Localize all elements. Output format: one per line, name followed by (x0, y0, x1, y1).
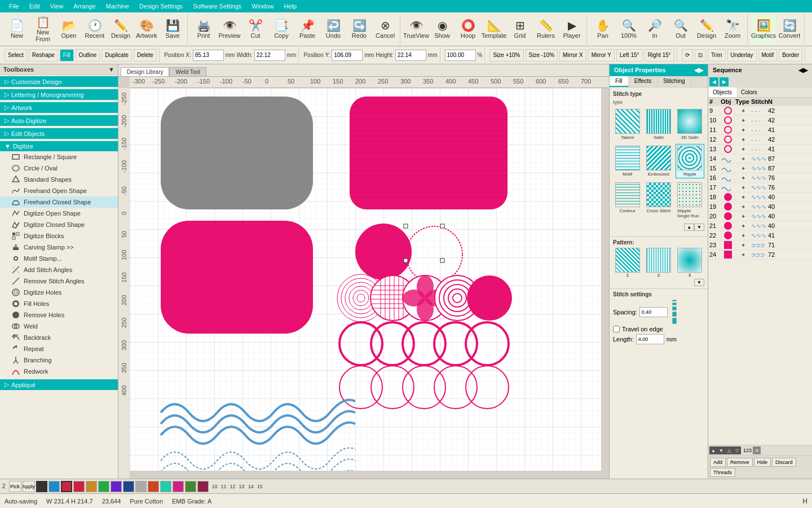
seq-row-19[interactable]: 19 ✦ ∿∿∿ 40 (708, 202, 812, 212)
right15-btn[interactable]: Right 15° (645, 49, 674, 62)
swatch-13[interactable] (185, 481, 196, 492)
branching-tool[interactable]: Branching (0, 354, 118, 366)
left15-btn[interactable]: Left 15° (616, 49, 643, 62)
size-plus-btn[interactable]: Size +10% (489, 49, 523, 62)
design-button[interactable]: ✏️Design (108, 14, 133, 45)
menu-arrange[interactable]: Arrange (69, 2, 100, 11)
seq-row-14[interactable]: 14 ✦ ∿∿∿ 87 (708, 154, 812, 164)
weld-tool-tab[interactable]: Weld Tool (169, 67, 206, 76)
seq-row-17[interactable]: 17 ✦ ∿∿∿ 76 (708, 183, 812, 192)
seq-row-20[interactable]: 20 ✦ ∿∿∿ 40 (708, 212, 812, 221)
objects-tab[interactable]: Objects (708, 87, 736, 97)
circle-oval-tool[interactable]: Circle / Oval (0, 163, 118, 174)
design-library-tab[interactable]: Design Library (121, 67, 169, 76)
rect-square-tool[interactable]: Rectangle / Square (0, 151, 118, 163)
tatami-stitch[interactable]: Tatami (613, 107, 642, 142)
position-y-input[interactable] (332, 50, 363, 61)
swatch-5[interactable] (86, 481, 97, 492)
pattern-scroll-btn[interactable]: ▼ (694, 279, 704, 286)
spacing-input[interactable] (639, 307, 668, 317)
player-button[interactable]: ▶Player (559, 14, 584, 45)
remove-stitch-angles-tool[interactable]: Remove Stitch Angles (0, 275, 118, 287)
digitize-blocks-tool[interactable]: Digitize Blocks (0, 230, 118, 242)
menu-file[interactable]: File (5, 2, 24, 11)
zoom-view-button[interactable]: 🔭Zoom (720, 14, 745, 45)
seq-row-22[interactable]: 22 ✦ ∿∿∿ 41 (708, 231, 812, 240)
digitize-holes-tool[interactable]: Digitize Holes (0, 287, 118, 298)
swatch-6[interactable] (98, 481, 109, 492)
mirror-x-btn[interactable]: Mirror X (559, 49, 586, 62)
new-from-button[interactable]: 📋New From (30, 14, 55, 45)
seq-down-btn[interactable]: ▼ (717, 446, 725, 454)
colors-tab[interactable]: Colors (736, 87, 762, 97)
customize-design-section[interactable]: ▷Customize Design (0, 76, 118, 87)
graphics-button[interactable]: 🖼️Graphics (751, 14, 776, 45)
mirror-y-btn[interactable]: Mirror Y (588, 49, 615, 62)
swatch-8[interactable] (123, 481, 134, 492)
ripple-stitch[interactable]: Ripple (676, 144, 704, 178)
add-button[interactable]: Add (710, 458, 726, 467)
open-button[interactable]: 📂Open (56, 14, 81, 45)
reshape-tool[interactable]: Reshape (29, 49, 58, 62)
carving-stamp-tool[interactable]: Carving Stamp >> (0, 242, 118, 253)
rulers-button[interactable]: 📏Rulers (533, 14, 558, 45)
align-btn[interactable]: ⊡ (695, 49, 706, 62)
threads-button[interactable]: Threads (710, 468, 735, 477)
pattern-2[interactable] (646, 248, 671, 273)
canvas-wrapper[interactable]: -300-250-200 -150-100-50 050100 15020025… (118, 77, 609, 479)
swatch-9[interactable] (135, 481, 147, 492)
menu-view[interactable]: View (46, 2, 68, 11)
save-button[interactable]: 💾Save (160, 14, 185, 45)
seq-prev-btn[interactable]: ◀ (709, 77, 718, 86)
zoom-out-button[interactable]: 🔍Out (668, 14, 693, 45)
motif-stitch[interactable]: Motif (613, 144, 642, 178)
seq-up-btn[interactable]: ▲ (709, 446, 717, 454)
delete-tool[interactable]: Delete (134, 49, 157, 62)
seq-row-24[interactable]: 24 ✦ ᴝᴝᴝ 72 (708, 250, 812, 260)
stipple-stitch[interactable]: Stipple Single Run (676, 181, 704, 220)
swatch-10[interactable] (148, 481, 159, 492)
duplicate-tool[interactable]: Duplicate (102, 49, 132, 62)
swatch-3[interactable] (61, 481, 72, 492)
trueview-button[interactable]: 👁️TrueView (404, 14, 429, 45)
add-stitch-angles-tool[interactable]: Add Stitch Angles (0, 264, 118, 275)
fill-tool[interactable]: Fill (60, 49, 74, 62)
seq-row-21[interactable]: 21 ✦ ∿∿∿ 40 (708, 221, 812, 231)
backtrack-tool[interactable]: Backtrack (0, 332, 118, 343)
standard-shapes-tool[interactable]: Standard Shapes (0, 174, 118, 185)
contour-stitch[interactable]: Contour (613, 181, 642, 220)
seq-row-18[interactable]: 18 ✦ ∿∿∿ 40 (708, 192, 812, 202)
motif-stamp-tool[interactable]: Motif Stamp... (0, 253, 118, 264)
applique-section[interactable]: ▷Appliqué (0, 379, 118, 390)
length-input[interactable] (636, 334, 664, 344)
height-input[interactable] (395, 50, 426, 61)
menu-machine[interactable]: Machine (102, 2, 134, 11)
underlay-btn[interactable]: Underlay (727, 49, 757, 62)
remove-button[interactable]: Remove (727, 458, 753, 467)
swatch-14[interactable] (197, 481, 209, 492)
undo-button[interactable]: ↩️Undo (321, 14, 346, 45)
cancel-button[interactable]: ⊗Cancel (373, 14, 398, 45)
menu-design-settings[interactable]: Design Settings (135, 2, 187, 11)
menu-window[interactable]: Window (247, 2, 278, 11)
discard-button[interactable]: Discard (772, 458, 796, 467)
crossstitch-stitch[interactable]: Cross Stitch (644, 181, 673, 220)
recent-button[interactable]: 🕐Recent (82, 14, 107, 45)
design-view-button[interactable]: ✏️Design (694, 14, 719, 45)
lettering-section[interactable]: ▷Lettering / Monogramming (0, 89, 118, 100)
menu-edit[interactable]: Edit (25, 2, 45, 11)
digitize-closed-tool[interactable]: Digitize Closed Shape (0, 219, 118, 230)
redo-button[interactable]: ↪️Redo (347, 14, 372, 45)
artwork-section[interactable]: ▷Artwork (0, 102, 118, 113)
pattern-3[interactable] (677, 248, 702, 273)
size-minus-btn[interactable]: Size -10% (526, 49, 558, 62)
pan-button[interactable]: ✋Pan (590, 14, 615, 45)
effects-tab[interactable]: Effects (629, 76, 657, 87)
hide-button[interactable]: Hide (754, 458, 771, 467)
seq-x-btn[interactable]: ✕ (753, 446, 761, 454)
zoom100-button[interactable]: 🔍100% (616, 14, 641, 45)
density-slider[interactable] (672, 300, 677, 324)
paste-button[interactable]: 📌Paste (295, 14, 320, 45)
travel-on-edge-checkbox[interactable] (613, 326, 620, 332)
convert-button[interactable]: 🔄Convert (777, 14, 802, 45)
